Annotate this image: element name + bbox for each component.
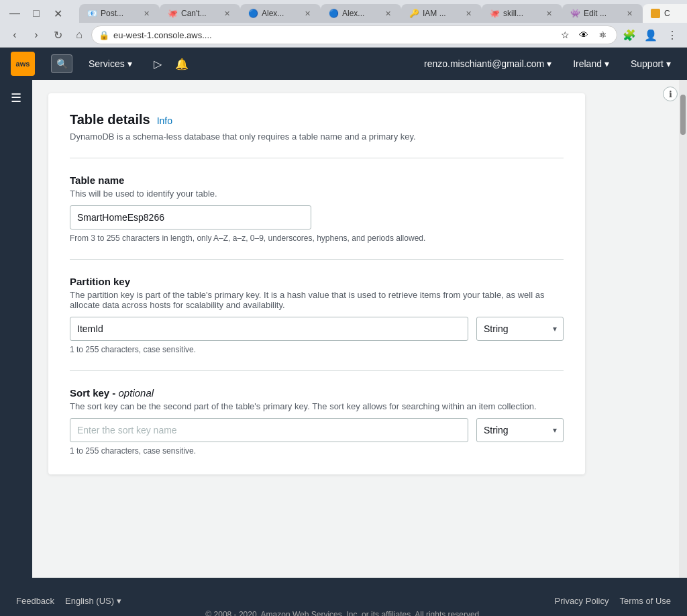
region-label: Ireland	[573, 58, 602, 69]
terminal-icon-button[interactable]: ▷	[148, 54, 167, 73]
footer-left: Feedback English (US) ▾	[16, 596, 121, 606]
partition-key-field: Partition key The partition key is part …	[70, 276, 564, 354]
language-label: English (US)	[65, 596, 114, 606]
bookmark-button[interactable]: ☆	[558, 28, 572, 42]
browser-tab-8[interactable]: C ✕	[643, 4, 687, 23]
sidebar-toggle-button[interactable]: ☰	[5, 85, 27, 111]
aws-navigation: aws 🔍 Services ▾ ▷ 🔔 renzo.mischianti@gm…	[0, 48, 687, 80]
partition-key-type-select[interactable]: String Number Binary	[476, 317, 564, 341]
bell-icon-button[interactable]: 🔔	[172, 54, 191, 73]
sort-key-input[interactable]	[70, 418, 468, 442]
partition-key-hint: 1 to 255 characters, case sensitive.	[70, 345, 564, 354]
reload-button[interactable]: ↻	[48, 25, 67, 44]
aws-search-button[interactable]: 🔍	[51, 54, 72, 73]
footer-top: Feedback English (US) ▾ Privacy Policy T…	[0, 596, 687, 606]
info-link[interactable]: Info	[157, 115, 172, 126]
tab-label-1: Post...	[101, 9, 137, 18]
aws-logo-box: aws	[11, 52, 35, 76]
scrollbar-track[interactable]	[679, 80, 687, 578]
sort-key-hint: 1 to 255 characters, case sensitive.	[70, 446, 564, 456]
close-button[interactable]: ✕	[48, 4, 67, 23]
sort-key-type-wrapper: String Number Binary ▾	[476, 418, 564, 442]
tab-close-1[interactable]: ✕	[141, 8, 152, 19]
tab-label-2: Can't...	[181, 9, 217, 18]
main-content: Table details Info DynamoDB is a schema-…	[32, 80, 679, 578]
language-selector[interactable]: English (US) ▾	[65, 596, 121, 606]
tab-close-2[interactable]: ✕	[221, 8, 232, 19]
tab-close-3[interactable]: ✕	[302, 8, 313, 19]
minimize-button[interactable]: —	[5, 4, 24, 23]
tab-favicon-2: 🐙	[168, 9, 177, 18]
forward-button[interactable]: ›	[27, 25, 46, 44]
address-icons: ☆ 👁 ⚛	[558, 28, 610, 42]
nav-icons: ▷ 🔔	[148, 54, 191, 73]
page-info-icon[interactable]: ℹ	[663, 87, 678, 101]
maximize-button[interactable]: □	[27, 4, 46, 23]
app-body: ☰ Table details Info DynamoDB is a schem…	[0, 80, 687, 578]
browser-toolbar-right: 🧩 👤 ⋮	[620, 25, 682, 44]
profile-button[interactable]: 👤	[641, 25, 660, 44]
nav-services[interactable]: Services ▾	[83, 56, 138, 72]
tab-close-5[interactable]: ✕	[463, 8, 474, 19]
browser-tab-7[interactable]: 👾 Edit ... ✕	[562, 4, 643, 23]
browser-tab-3[interactable]: 🔵 Alex... ✕	[240, 4, 321, 23]
sort-key-label-text: Sort key -	[70, 387, 115, 399]
extensions-button[interactable]: 🧩	[620, 25, 639, 44]
back-button[interactable]: ‹	[5, 25, 24, 44]
tab-label-8: C	[664, 9, 687, 18]
sort-key-optional-text: optional	[119, 387, 154, 399]
sort-key-sublabel: The sort key can be the second part of t…	[70, 401, 564, 411]
browser-tab-5[interactable]: 🔑 IAM ... ✕	[401, 4, 482, 23]
sort-key-type-select[interactable]: String Number Binary	[476, 418, 564, 442]
browser-tab-4[interactable]: 🔵 Alex... ✕	[321, 4, 401, 23]
services-arrow-icon: ▾	[127, 58, 132, 69]
tab-close-6[interactable]: ✕	[543, 8, 554, 19]
home-button[interactable]: ⌂	[70, 25, 89, 44]
tab-close-7[interactable]: ✕	[624, 8, 635, 19]
tab-label-6: skill...	[503, 9, 539, 18]
table-name-label: Table name	[70, 174, 564, 186]
table-details-card: Table details Info DynamoDB is a schema-…	[48, 93, 585, 474]
tab-favicon-7: 👾	[570, 9, 580, 18]
tab-favicon-1: 📧	[87, 9, 97, 18]
extension1-button[interactable]: ⚛	[595, 28, 610, 42]
table-name-input[interactable]	[70, 205, 311, 229]
browser-tab-1[interactable]: 📧 Post... ✕	[79, 4, 160, 23]
menu-button[interactable]: ⋮	[663, 25, 682, 44]
footer-right: Privacy Policy Terms of Use	[555, 596, 672, 606]
sort-key-row: String Number Binary ▾	[70, 418, 564, 442]
tab-favicon-3: 🔵	[248, 9, 258, 18]
search-icon: 🔍	[56, 58, 68, 69]
browser-tab-6[interactable]: 🐙 skill... ✕	[482, 4, 562, 23]
main-wrapper: Table details Info DynamoDB is a schema-…	[32, 80, 687, 578]
language-arrow-icon: ▾	[117, 596, 121, 606]
nav-support[interactable]: Support ▾	[625, 56, 676, 72]
browser-chrome: — □ ✕ 📧 Post... ✕ 🐙 Can't... ✕ 🔵 Alex...…	[0, 0, 687, 48]
user-email-label: renzo.mischianti@gmail.com	[424, 58, 544, 69]
tab-favicon-4: 🔵	[329, 9, 338, 18]
support-arrow-icon: ▾	[666, 58, 671, 69]
nav-user-email[interactable]: renzo.mischianti@gmail.com ▾	[419, 56, 557, 72]
tab-label-5: IAM ...	[423, 9, 459, 18]
nav-region[interactable]: Ireland ▾	[568, 56, 615, 72]
tab-favicon-6: 🐙	[490, 9, 499, 18]
divider-3	[70, 370, 564, 371]
address-bar-row: ‹ › ↻ ⌂ 🔒 eu-west-1.console.aws.... ☆ 👁 …	[0, 23, 687, 47]
tab-close-4[interactable]: ✕	[382, 8, 393, 19]
scrollbar-thumb[interactable]	[680, 95, 686, 135]
eye-button[interactable]: 👁	[576, 28, 591, 42]
privacy-policy-link[interactable]: Privacy Policy	[555, 596, 609, 606]
sidebar: ☰	[0, 80, 32, 578]
section-title: Table details Info	[70, 112, 564, 127]
sort-key-label: Sort key - optional	[70, 387, 564, 399]
terms-of-use-link[interactable]: Terms of Use	[619, 596, 671, 606]
feedback-link[interactable]: Feedback	[16, 596, 54, 606]
region-arrow-icon: ▾	[604, 58, 609, 69]
tab-favicon-8	[651, 9, 660, 18]
aws-logo[interactable]: aws	[11, 52, 35, 76]
browser-tab-2[interactable]: 🐙 Can't... ✕	[160, 4, 240, 23]
address-bar[interactable]: 🔒 eu-west-1.console.aws.... ☆ 👁 ⚛	[91, 25, 617, 44]
sort-key-field: Sort key - optional The sort key can be …	[70, 387, 564, 456]
partition-key-input[interactable]	[70, 317, 468, 341]
table-name-hint: From 3 to 255 characters in length, only…	[70, 234, 564, 243]
